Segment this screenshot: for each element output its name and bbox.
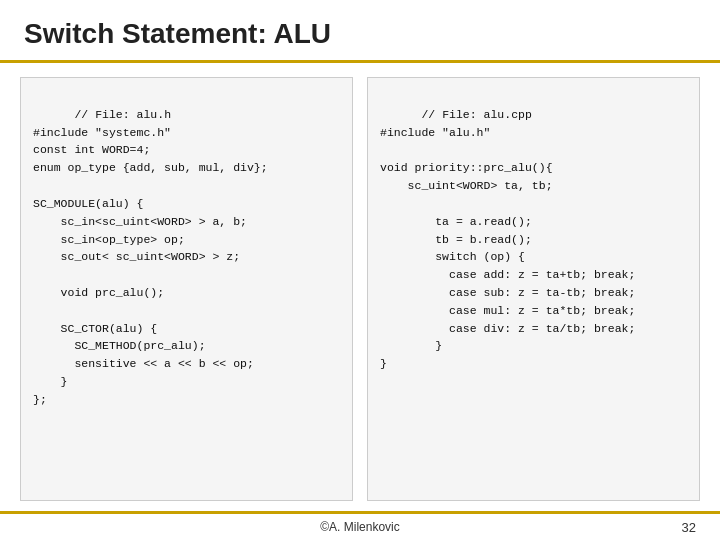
slide-footer: ©A. Milenkovic 32 <box>0 511 720 540</box>
left-code-box: // File: alu.h #include "systemc.h" cons… <box>20 77 353 501</box>
footer-page-number: 32 <box>682 520 696 535</box>
slide-header: Switch Statement: ALU <box>0 0 720 63</box>
footer-copyright: ©A. Milenkovic <box>320 520 400 534</box>
left-code-text: // File: alu.h #include "systemc.h" cons… <box>33 108 268 406</box>
slide: Switch Statement: ALU // File: alu.h #in… <box>0 0 720 540</box>
slide-title: Switch Statement: ALU <box>24 18 696 50</box>
right-code-text: // File: alu.cpp #include "alu.h" void p… <box>380 108 635 370</box>
right-code-box: // File: alu.cpp #include "alu.h" void p… <box>367 77 700 501</box>
slide-content: // File: alu.h #include "systemc.h" cons… <box>0 63 720 511</box>
